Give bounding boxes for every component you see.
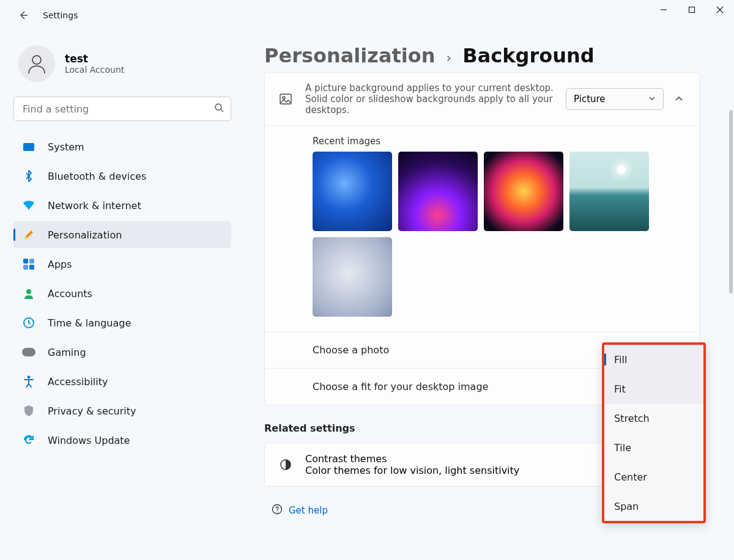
fit-option-span[interactable]: Span <box>604 492 703 521</box>
chevron-down-icon <box>648 94 656 105</box>
help-icon <box>272 504 283 517</box>
wallpaper-thumb[interactable] <box>484 152 563 231</box>
fit-option-stretch[interactable]: Stretch <box>604 403 703 433</box>
search-box[interactable] <box>13 97 231 121</box>
shield-icon <box>22 404 35 418</box>
nav-item-personalization[interactable]: Personalization <box>13 221 231 248</box>
fit-dropdown[interactable]: Fill Fit Stretch Tile Center Span <box>602 342 706 523</box>
wallpaper-thumb[interactable] <box>313 152 392 231</box>
time-icon <box>22 316 35 330</box>
minimize-icon <box>660 6 667 13</box>
wallpaper-thumb[interactable] <box>398 152 478 231</box>
nav-item-system[interactable]: System <box>13 133 231 160</box>
breadcrumb-parent[interactable]: Personalization <box>264 44 436 67</box>
background-desc: A picture background applies to your cur… <box>305 83 566 116</box>
image-icon <box>277 92 294 106</box>
sidebar: test Local Account System Bluetooth & de… <box>0 31 245 560</box>
window-controls <box>650 0 734 20</box>
wallpaper-thumb[interactable] <box>313 237 392 317</box>
recent-images-label: Recent images <box>313 136 687 147</box>
nav-item-accessibility[interactable]: Accessibility <box>13 368 231 395</box>
nav-item-update[interactable]: Windows Update <box>13 427 231 454</box>
fit-option-center[interactable]: Center <box>604 462 703 492</box>
svg-point-4 <box>32 56 41 64</box>
paintbrush-icon <box>22 228 35 241</box>
chevron-up-icon <box>675 94 683 103</box>
apps-icon <box>22 257 35 271</box>
close-button[interactable] <box>706 0 734 20</box>
accessibility-icon <box>22 375 35 388</box>
recent-images-grid <box>313 152 687 317</box>
svg-point-11 <box>283 97 285 99</box>
wifi-icon <box>22 199 35 212</box>
scrollbar[interactable] <box>729 110 733 293</box>
nav-item-network[interactable]: Network & internet <box>13 192 231 219</box>
back-button[interactable] <box>13 6 33 25</box>
svg-rect-10 <box>280 94 291 104</box>
recent-images-section: Recent images <box>265 125 699 331</box>
accounts-icon <box>22 287 35 300</box>
breadcrumb-current: Background <box>462 44 594 67</box>
nav-item-accounts[interactable]: Accounts <box>13 280 231 307</box>
maximize-button[interactable] <box>678 0 706 20</box>
account-block[interactable]: test Local Account <box>13 31 231 97</box>
svg-rect-1 <box>689 7 695 13</box>
account-type: Local Account <box>65 65 124 75</box>
background-type-select[interactable]: Picture <box>566 88 664 110</box>
nav-item-privacy[interactable]: Privacy & security <box>13 397 231 424</box>
minimize-button[interactable] <box>650 0 678 20</box>
breadcrumb: Personalization › Background <box>264 44 700 67</box>
system-icon <box>22 140 35 153</box>
search-icon <box>214 103 224 115</box>
person-icon <box>26 53 48 75</box>
avatar <box>18 45 55 82</box>
fit-option-fill[interactable]: Fill <box>604 345 703 374</box>
bluetooth-icon <box>22 169 35 183</box>
window-title: Settings <box>43 10 78 20</box>
fit-option-fit[interactable]: Fit <box>604 374 703 403</box>
svg-point-14 <box>276 512 278 513</box>
contrast-icon <box>277 458 294 471</box>
svg-point-5 <box>215 104 221 110</box>
nav-item-time[interactable]: Time & language <box>13 309 231 336</box>
nav-item-gaming[interactable]: Gaming <box>13 339 231 366</box>
close-icon <box>716 6 724 13</box>
svg-point-7 <box>26 289 31 294</box>
svg-point-9 <box>28 376 31 379</box>
chevron-right-icon: › <box>447 50 452 65</box>
collapse-button[interactable] <box>675 94 687 105</box>
titlebar: Settings <box>0 0 734 31</box>
update-icon <box>22 433 35 447</box>
arrow-left-icon <box>18 10 28 20</box>
nav-item-apps[interactable]: Apps <box>13 251 231 278</box>
nav-item-bluetooth[interactable]: Bluetooth & devices <box>13 163 231 190</box>
maximize-icon <box>688 6 695 13</box>
background-header-row[interactable]: A picture background applies to your cur… <box>265 73 699 125</box>
fit-option-tile[interactable]: Tile <box>604 433 703 462</box>
search-input[interactable] <box>13 97 231 121</box>
wallpaper-thumb[interactable] <box>569 152 649 231</box>
account-name: test <box>65 53 124 65</box>
nav: System Bluetooth & devices Network & int… <box>13 133 231 454</box>
svg-line-6 <box>221 109 223 112</box>
gaming-icon <box>22 345 35 359</box>
